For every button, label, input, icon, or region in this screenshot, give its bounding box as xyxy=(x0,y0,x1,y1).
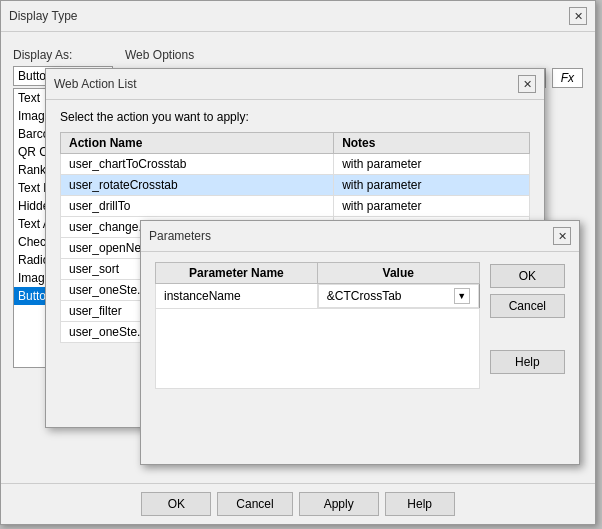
wal-col-notes: Notes xyxy=(334,133,530,154)
wal-col-action: Action Name xyxy=(61,133,334,154)
params-cancel-button[interactable]: Cancel xyxy=(490,294,565,318)
param-name: instanceName xyxy=(156,284,318,309)
wal-title: Web Action List xyxy=(54,77,137,91)
display-as-label: Display As: xyxy=(13,48,113,62)
action-name: user_rotateCrosstab xyxy=(61,175,334,196)
params-col-value: Value xyxy=(317,263,479,284)
main-dialog-close[interactable]: ✕ xyxy=(569,7,587,25)
param-value: &CTCrossTab ▼ xyxy=(318,284,479,308)
params-title: Parameters xyxy=(149,229,211,243)
table-row-empty xyxy=(156,309,480,389)
params-ok-button[interactable]: OK xyxy=(490,264,565,288)
help-button[interactable]: Help xyxy=(385,492,455,516)
value-dropdown-button[interactable]: ▼ xyxy=(454,288,470,304)
ok-button[interactable]: OK xyxy=(141,492,211,516)
action-notes: with parameter xyxy=(334,196,530,217)
table-row[interactable]: instanceName &CTCrossTab ▼ xyxy=(156,284,480,309)
wal-close[interactable]: ✕ xyxy=(518,75,536,93)
table-row[interactable]: user_chartToCrosstab with parameter xyxy=(61,154,530,175)
cancel-button[interactable]: Cancel xyxy=(217,492,292,516)
action-name: user_drillTo xyxy=(61,196,334,217)
wal-titlebar: Web Action List ✕ xyxy=(46,69,544,100)
params-dialog: Parameters ✕ Parameter Name Value instan… xyxy=(140,220,580,465)
wal-instruction: Select the action you want to apply: xyxy=(60,110,530,124)
fx-button[interactable]: Fx xyxy=(552,68,583,88)
action-name: user_chartToCrosstab xyxy=(61,154,334,175)
params-buttons: OK Cancel Help xyxy=(490,262,565,389)
params-table: Parameter Name Value instanceName &CTCro… xyxy=(155,262,480,389)
params-close[interactable]: ✕ xyxy=(553,227,571,245)
params-body: Parameter Name Value instanceName &CTCro… xyxy=(141,252,579,399)
apply-button[interactable]: Apply xyxy=(299,492,379,516)
params-titlebar: Parameters ✕ xyxy=(141,221,579,252)
main-dialog-titlebar: Display Type ✕ xyxy=(1,1,595,32)
table-row[interactable]: user_rotateCrosstab with parameter xyxy=(61,175,530,196)
action-notes: with parameter xyxy=(334,154,530,175)
params-table-area: Parameter Name Value instanceName &CTCro… xyxy=(155,262,480,389)
param-value-text: &CTCrossTab xyxy=(327,289,452,303)
params-col-name: Parameter Name xyxy=(156,263,318,284)
action-notes: with parameter xyxy=(334,175,530,196)
main-dialog-title: Display Type xyxy=(9,9,77,23)
web-options-label: Web Options xyxy=(125,48,583,62)
main-dialog-footer: OK Cancel Apply Help xyxy=(1,483,595,524)
params-help-button[interactable]: Help xyxy=(490,350,565,374)
table-row[interactable]: user_drillTo with parameter xyxy=(61,196,530,217)
